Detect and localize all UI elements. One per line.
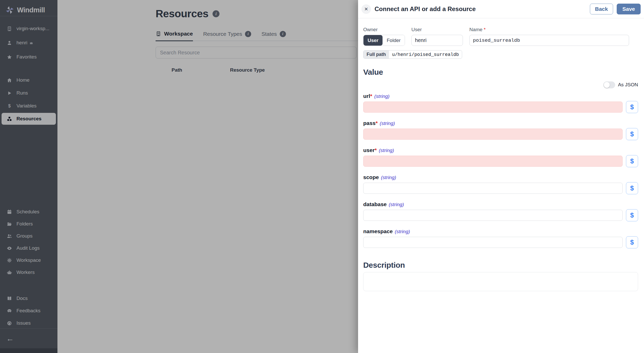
field-type: (string) [395,229,410,234]
field-database: database(string)$ [363,201,638,221]
full-path-label: Full path [363,51,389,58]
required-asterisk: * [484,27,486,32]
required-asterisk: * [370,93,372,99]
database-input[interactable] [363,210,623,221]
field-name: namespace [363,228,393,234]
owner-toggle: UserFolder [363,35,405,46]
resource-fields: url*(string)$pass*(string)$user*(string)… [363,93,638,248]
resource-drawer: × Connect an API or add a Resource Back … [358,0,644,353]
field-url: url*(string)$ [363,93,638,113]
url-input[interactable] [363,102,623,113]
field-pass: pass*(string)$ [363,120,638,140]
field-name: database [363,201,387,207]
field-type: (string) [389,202,404,207]
value-heading: Value [363,68,638,77]
pass-input[interactable] [363,129,623,140]
namespace-input[interactable] [363,237,623,248]
owner-option-folder[interactable]: Folder [383,35,405,46]
scope-insert-variable-button[interactable]: $ [626,182,638,194]
description-heading: Description [363,261,638,270]
toggle-knob [604,82,610,88]
scope-input[interactable] [363,183,623,194]
user-label: User [411,27,463,32]
owner-user-input[interactable] [411,35,463,46]
field-name: url* [363,93,372,99]
field-namespace: namespace(string)$ [363,228,638,248]
pass-insert-variable-button[interactable]: $ [626,128,638,140]
namespace-insert-variable-button[interactable]: $ [626,236,638,248]
full-path-value: u/henri/poised_surrealdb [389,51,462,58]
as-json-toggle[interactable] [603,81,615,88]
save-button[interactable]: Save [617,4,641,14]
user-input[interactable] [363,156,623,167]
field-type: (string) [380,121,395,126]
field-type: (string) [374,94,389,99]
field-type: (string) [381,175,396,180]
as-json-label: As JSON [618,82,638,88]
modal-overlay[interactable] [0,0,358,353]
required-asterisk: * [375,147,377,153]
drawer-header: × Connect an API or add a Resource Back … [358,0,644,18]
back-button[interactable]: Back [590,4,613,14]
drawer-body: Owner UserFolder User Name* Full path u/… [358,18,644,292]
field-name: pass* [363,120,378,126]
owner-label: Owner [363,27,405,32]
required-asterisk: * [376,120,378,126]
url-insert-variable-button[interactable]: $ [626,101,638,113]
description-textarea[interactable] [363,272,638,291]
owner-option-user[interactable]: User [363,35,383,46]
field-user: user*(string)$ [363,147,638,167]
close-icon[interactable]: × [361,4,371,14]
field-type: (string) [379,148,394,153]
user-insert-variable-button[interactable]: $ [626,155,638,167]
full-path: Full path u/henri/poised_surrealdb [363,50,462,59]
drawer-title: Connect an API or add a Resource [375,5,476,13]
name-label: Name* [469,27,629,32]
field-name: user* [363,147,377,153]
database-insert-variable-button[interactable]: $ [626,209,638,221]
field-scope: scope(string)$ [363,174,638,194]
resource-name-input[interactable] [469,35,629,46]
field-name: scope [363,174,379,180]
